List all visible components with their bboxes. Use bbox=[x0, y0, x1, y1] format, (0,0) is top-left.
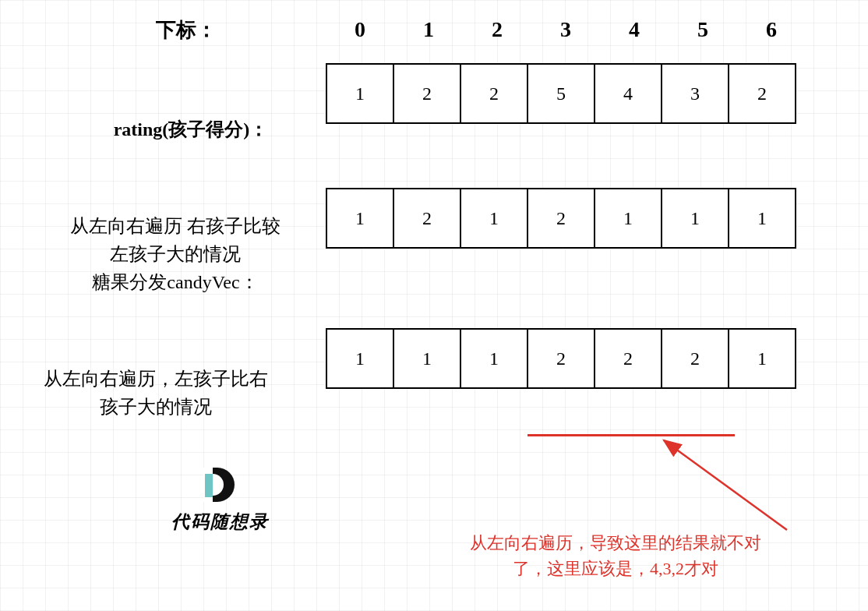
pass2-array: 1 1 1 2 2 2 1 bbox=[326, 328, 796, 389]
array-cell: 1 bbox=[728, 188, 796, 249]
array-cell: 5 bbox=[527, 63, 595, 124]
array-cell: 1 bbox=[460, 188, 528, 249]
row-label-pass2: 从左向右遍历，左孩子比右 孩子大的情况 bbox=[8, 365, 304, 421]
brand-logo: 代码随想录 bbox=[171, 468, 269, 534]
array-cell: 2 bbox=[594, 328, 662, 389]
brand-text: 代码随想录 bbox=[171, 510, 269, 534]
index-val: 1 bbox=[394, 17, 463, 42]
array-cell: 2 bbox=[661, 328, 729, 389]
rating-array: 1 2 2 5 4 3 2 bbox=[326, 63, 796, 124]
array-cell: 2 bbox=[728, 63, 796, 124]
index-val: 3 bbox=[531, 17, 600, 42]
pass1-array: 1 2 1 2 1 1 1 bbox=[326, 188, 796, 249]
index-label: 下标： bbox=[156, 16, 217, 44]
array-cell: 2 bbox=[393, 188, 461, 249]
array-cell: 1 bbox=[326, 328, 394, 389]
index-val: 2 bbox=[463, 17, 531, 42]
array-cell: 1 bbox=[393, 328, 461, 389]
highlight-underline bbox=[528, 434, 735, 436]
array-cell: 1 bbox=[728, 328, 796, 389]
index-values: 0 1 2 3 4 5 6 bbox=[326, 17, 806, 42]
index-val: 6 bbox=[737, 17, 806, 42]
array-cell: 1 bbox=[594, 188, 662, 249]
index-val: 4 bbox=[600, 17, 669, 42]
annotation-text: 从左向右遍历，导致这里的结果就不对 了，这里应该是，4,3,2才对 bbox=[432, 530, 799, 581]
array-cell: 2 bbox=[460, 63, 528, 124]
index-val: 5 bbox=[669, 17, 737, 42]
logo-d-icon bbox=[203, 468, 238, 502]
svg-line-1 bbox=[664, 440, 787, 530]
array-cell: 1 bbox=[661, 188, 729, 249]
array-cell: 4 bbox=[594, 63, 662, 124]
array-cell: 2 bbox=[527, 328, 595, 389]
array-cell: 2 bbox=[527, 188, 595, 249]
array-cell: 1 bbox=[326, 63, 394, 124]
array-cell: 3 bbox=[661, 63, 729, 124]
array-cell: 1 bbox=[460, 328, 528, 389]
index-val: 0 bbox=[326, 17, 394, 42]
row-label-rating: rating(孩子得分)： bbox=[74, 115, 308, 143]
array-cell: 1 bbox=[326, 188, 394, 249]
array-cell: 2 bbox=[393, 63, 461, 124]
row-label-pass1: 从左向右遍历 右孩子比较 左孩子大的情况 糖果分发candyVec： bbox=[43, 212, 308, 296]
